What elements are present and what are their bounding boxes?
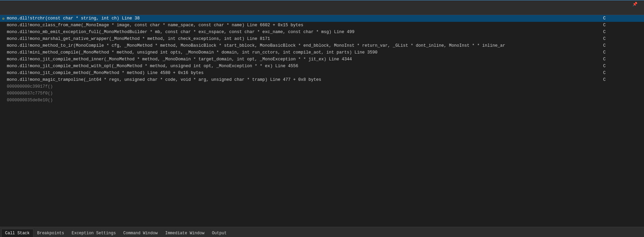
stack-content[interactable]: ⊙mono.dll!strchr(const char * string, in… xyxy=(0,15,644,227)
title-bar-pin-btn[interactable]: 📌 xyxy=(631,2,639,6)
row-name: mono.dll!mono_mb_emit_exception_full(_Mo… xyxy=(7,30,603,34)
table-row[interactable]: mono.dll!mono_jit_compile_method_inner(_… xyxy=(0,56,644,63)
title-bar: 📌 xyxy=(0,0,644,8)
row-language: C xyxy=(603,36,644,41)
row-language: C xyxy=(603,50,644,55)
row-name: mono.dll!mono_magic_trampoline(_int64 * … xyxy=(7,77,603,82)
row-language: C xyxy=(603,64,644,69)
row-language: C xyxy=(603,77,644,82)
row-language: C xyxy=(603,16,644,21)
table-row[interactable]: 0000000037c775f0() xyxy=(0,90,644,97)
table-row[interactable]: 000000000c39017f() xyxy=(0,83,644,90)
column-headers xyxy=(0,8,644,15)
tab-call-stack[interactable]: Call Stack xyxy=(1,229,33,237)
tab-command-window[interactable]: Command Window xyxy=(120,229,162,237)
table-row[interactable]: mono.dll!mini_method_compile(_MonoMethod… xyxy=(0,49,644,56)
row-language: C xyxy=(603,43,644,48)
table-row[interactable]: mono.dll!mono_class_from_name(_MonoImage… xyxy=(0,22,644,29)
tab-breakpoints[interactable]: Breakpoints xyxy=(33,229,68,237)
table-row[interactable]: mono.dll!mono_magic_trampoline(_int64 * … xyxy=(0,76,644,83)
row-language: C xyxy=(603,30,644,34)
row-name: 0000000037c775f0() xyxy=(7,91,603,96)
title-bar-controls: 📌 xyxy=(628,2,642,6)
tab-immediate-window[interactable]: Immediate Window xyxy=(162,229,208,237)
table-row[interactable]: mono.dll!mono_jit_compile_method(_MonoMe… xyxy=(0,70,644,76)
row-language: C xyxy=(603,23,644,28)
row-language: C xyxy=(603,71,644,75)
row-name: mono.dll!mono_jit_compile_method_inner(_… xyxy=(7,57,603,62)
table-row[interactable]: mono.dll!mono_method_to_ir(MonoCompile *… xyxy=(0,42,644,49)
row-indicator: ⊙ xyxy=(0,16,7,21)
row-name: mono.dll!mono_method_to_ir(MonoCompile *… xyxy=(7,43,603,48)
tab-exception-settings[interactable]: Exception Settings xyxy=(68,229,120,237)
row-name: mono.dll!mono_marshal_get_native_wrapper… xyxy=(7,36,603,41)
row-name: mono.dll!strchr(const char * string, int… xyxy=(7,16,603,21)
row-name: 000000000c39017f() xyxy=(7,84,603,89)
table-row[interactable]: 0000000035de8e10() xyxy=(0,97,644,104)
row-name: mono.dll!mono_class_from_name(_MonoImage… xyxy=(7,23,603,28)
table-row[interactable]: ⊙mono.dll!strchr(const char * string, in… xyxy=(0,15,644,22)
table-row[interactable]: mono.dll!mono_marshal_get_native_wrapper… xyxy=(0,35,644,42)
bottom-tabs-bar: Call StackBreakpointsException SettingsC… xyxy=(0,227,644,237)
row-name: mono.dll!mono_jit_compile_method(_MonoMe… xyxy=(7,71,603,75)
row-name: mono.dll!mono_jit_compile_method_with_op… xyxy=(7,64,603,69)
row-name: mono.dll!mini_method_compile(_MonoMethod… xyxy=(7,50,603,55)
tab-output[interactable]: Output xyxy=(208,229,230,237)
table-row[interactable]: mono.dll!mono_mb_emit_exception_full(_Mo… xyxy=(0,29,644,35)
row-name: 0000000035de8e10() xyxy=(7,98,603,103)
table-row[interactable]: mono.dll!mono_jit_compile_method_with_op… xyxy=(0,63,644,70)
row-language: C xyxy=(603,57,644,62)
